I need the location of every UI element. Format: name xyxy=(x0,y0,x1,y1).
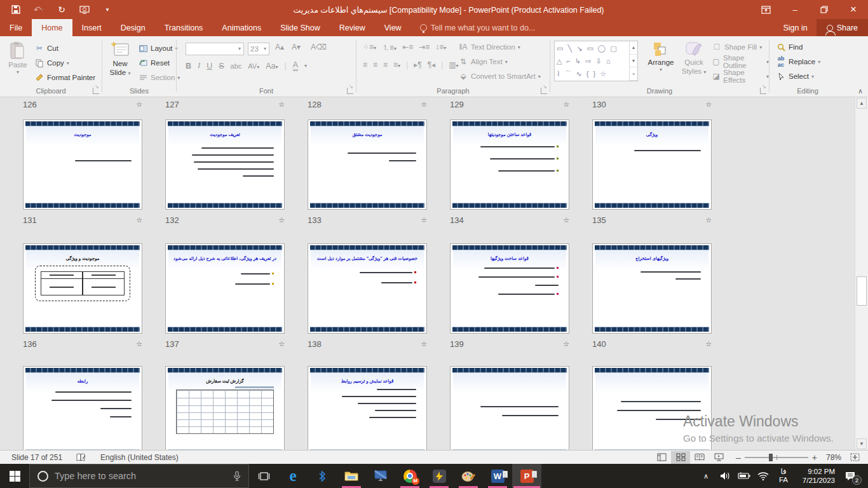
slide-thumbnail[interactable]: خصوصيات فنى هر "ويژگى" مشتمل بر موارد ذي… xyxy=(308,243,427,334)
tab-file[interactable]: File xyxy=(0,19,32,36)
shape-fill-button[interactable]: 🞎Shape Fill▾ xyxy=(712,40,762,54)
tab-slide-show[interactable]: Slide Show xyxy=(271,19,330,36)
zoom-in-icon[interactable]: + xyxy=(812,452,817,463)
minimize-button[interactable]: – xyxy=(780,0,810,19)
zoom-out-icon[interactable]: – xyxy=(736,452,741,463)
action-center-icon[interactable]: 2 xyxy=(837,464,863,488)
powerpoint-icon[interactable]: P xyxy=(512,464,541,488)
transition-star-icon[interactable]: ☆ xyxy=(563,216,569,224)
slide-thumbnail[interactable]: موجوديت xyxy=(23,119,142,210)
convert-smartart-button[interactable]: ⬙Convert to SmartArt▾ xyxy=(458,69,541,83)
ribbon-display-options-icon[interactable] xyxy=(751,0,780,19)
numbering-icon[interactable]: ⒈≡▾ xyxy=(382,43,397,53)
shape-effects-button[interactable]: ◪Shape Effects▾ xyxy=(712,69,769,83)
decrease-font-size-icon[interactable]: A▾ xyxy=(290,43,302,51)
select-button[interactable]: Select▾ xyxy=(776,69,814,83)
language-indicator[interactable]: فا FA xyxy=(774,464,793,488)
transition-star-icon[interactable]: ☆ xyxy=(421,340,427,348)
ltr-direction-icon[interactable]: ▸¶ xyxy=(414,60,421,69)
scrollbar-thumb[interactable] xyxy=(857,276,867,306)
slide-thumbnail[interactable]: قواعد ساختن موجوديتها xyxy=(450,119,569,210)
change-case-icon[interactable]: Aa▾ xyxy=(266,62,278,71)
italic-icon[interactable]: I xyxy=(198,61,200,71)
tab-view[interactable]: View xyxy=(375,19,411,36)
increase-indent-icon[interactable]: ⇥≡ xyxy=(419,43,430,53)
underline-icon[interactable]: U xyxy=(207,62,212,71)
transition-star-icon[interactable]: ☆ xyxy=(136,340,142,348)
tab-design[interactable]: Design xyxy=(111,19,155,36)
bold-icon[interactable]: B xyxy=(186,62,191,71)
slide-thumbnail[interactable]: ويژگى xyxy=(592,119,712,210)
shape-outline-button[interactable]: ▢Shape Outline▾ xyxy=(712,55,769,69)
zoom-slider[interactable] xyxy=(745,457,808,458)
restore-button[interactable] xyxy=(810,0,839,19)
font-name-combo[interactable] xyxy=(186,43,244,55)
clear-formatting-icon[interactable]: A⌫ xyxy=(309,43,329,51)
word-icon[interactable]: W xyxy=(483,464,512,488)
sign-in-link[interactable]: Sign in xyxy=(774,19,816,36)
tab-review[interactable]: Review xyxy=(330,19,375,36)
align-left-icon[interactable]: ≡ xyxy=(363,60,367,69)
slide-thumbnail[interactable]: تعريف موجوديت xyxy=(165,119,285,210)
taskbar-search-box[interactable]: Type here to search xyxy=(29,464,249,488)
scroll-down-icon[interactable]: ▼ xyxy=(857,438,867,449)
font-color-icon[interactable]: A xyxy=(293,60,298,71)
font-dialog-launcher[interactable] xyxy=(347,88,353,94)
tab-transitions[interactable]: Transitions xyxy=(155,19,213,36)
format-painter-button[interactable]: Format Painter xyxy=(34,71,95,85)
transition-star-icon[interactable]: ☆ xyxy=(136,100,142,109)
edge-icon[interactable]: e xyxy=(278,464,308,488)
language-status[interactable]: English (United States) xyxy=(100,453,179,462)
display-settings-icon[interactable] xyxy=(366,464,395,488)
font-name-dropdown-icon[interactable]: ▾ xyxy=(238,46,241,51)
spellcheck-icon[interactable] xyxy=(76,453,86,462)
bluetooth-icon[interactable] xyxy=(308,464,337,488)
zoom-slider-thumb[interactable] xyxy=(769,454,773,461)
copy-button[interactable]: Copy▾ xyxy=(34,56,69,70)
decrease-indent-icon[interactable]: ⇤≡ xyxy=(402,43,413,53)
slide-thumbnail[interactable] xyxy=(450,366,569,450)
columns-icon[interactable]: ▥▾ xyxy=(449,60,458,69)
battery-icon[interactable] xyxy=(736,464,752,488)
slide-thumbnail[interactable]: موجوديت و ويژگى xyxy=(23,243,142,334)
task-view-button[interactable] xyxy=(249,464,278,488)
microphone-icon[interactable] xyxy=(233,471,241,481)
scroll-up-icon[interactable]: ▲ xyxy=(857,98,867,109)
customize-qat-icon[interactable]: ▾ xyxy=(100,3,114,17)
align-center-icon[interactable]: ≡ xyxy=(373,60,377,69)
line-spacing-icon[interactable]: ↕≡▾ xyxy=(435,43,446,53)
transition-star-icon[interactable]: ☆ xyxy=(278,216,285,224)
volume-icon[interactable] xyxy=(717,464,733,488)
slide-thumbnail[interactable]: ويژگيهاى استخراج xyxy=(592,243,712,334)
arrange-button[interactable]: Arrange▾ xyxy=(644,41,677,73)
bullets-icon[interactable]: ⁘≡▾ xyxy=(363,43,376,53)
transition-star-icon[interactable]: ☆ xyxy=(421,100,427,109)
increase-font-size-icon[interactable]: A▴ xyxy=(273,43,286,51)
save-icon[interactable] xyxy=(9,3,23,17)
tell-me-box[interactable]: Tell me what you want to do... xyxy=(411,19,545,36)
slide-thumbnail[interactable]: رابطه xyxy=(23,366,142,450)
taskbar-clock[interactable]: 9:02 PM 7/21/2023 xyxy=(796,464,835,488)
transition-star-icon[interactable]: ☆ xyxy=(421,216,427,224)
find-button[interactable]: Find xyxy=(776,40,803,54)
transition-star-icon[interactable]: ☆ xyxy=(705,340,712,348)
new-slide-button[interactable]: NewSlide ▾ xyxy=(106,41,134,78)
paragraph-dialog-launcher[interactable] xyxy=(541,88,547,94)
tab-home[interactable]: Home xyxy=(32,19,72,36)
text-direction-button[interactable]: ‖AText Direction▾ xyxy=(458,40,520,54)
quick-styles-button[interactable]: Quick Styles ▾ xyxy=(679,41,709,76)
transition-star-icon[interactable]: ☆ xyxy=(136,216,142,224)
drawing-dialog-launcher[interactable] xyxy=(760,88,766,94)
file-explorer-icon[interactable] xyxy=(337,464,366,488)
strikethrough-icon[interactable]: S xyxy=(219,62,224,71)
transition-star-icon[interactable]: ☆ xyxy=(563,340,569,348)
tab-animations[interactable]: Animations xyxy=(212,19,271,36)
share-button[interactable]: Share xyxy=(817,19,868,36)
repeat-icon[interactable]: ↻ xyxy=(55,3,69,17)
align-text-button[interactable]: ⇅Align Text▾ xyxy=(458,55,508,69)
slide-thumbnail[interactable] xyxy=(592,366,712,450)
replace-button[interactable]: abacReplace▾ xyxy=(776,55,820,69)
slide-counter[interactable]: Slide 17 of 251 xyxy=(11,453,62,462)
justify-icon[interactable]: ≡▾ xyxy=(393,60,400,69)
slide-thumbnail[interactable]: در تعريف هر ويژگى، اطلاعاتى به شرح ذيل ا… xyxy=(165,243,285,334)
